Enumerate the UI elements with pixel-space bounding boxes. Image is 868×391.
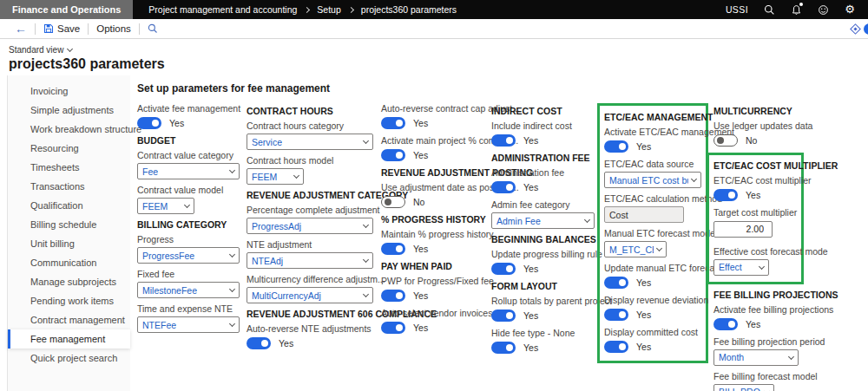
toggle-switch[interactable] — [381, 196, 405, 208]
toggle-switch[interactable] — [381, 243, 405, 255]
toggle-switch[interactable] — [713, 318, 738, 330]
dropdown-contract-value-category[interactable]: Fee — [137, 163, 240, 179]
company-selector[interactable]: USSI — [726, 4, 748, 15]
sidebar-item-resourcing[interactable]: Resourcing — [8, 139, 130, 158]
field-activate-fee-management: Activate fee managementYes — [137, 103, 240, 130]
settings-icon[interactable]: ⚙ — [844, 3, 856, 16]
toggle-knob — [396, 120, 403, 127]
toggle-switch[interactable] — [604, 277, 628, 289]
dropdown-fixed-fee[interactable]: MilestoneFee — [137, 282, 240, 298]
breadcrumb-item-projects360-parameters[interactable]: projects360 parameters — [361, 4, 457, 15]
toggle-switch[interactable] — [381, 322, 405, 334]
input-target-cost-multiplier[interactable] — [713, 221, 773, 238]
toggle-row: Yes — [491, 262, 595, 276]
dropdown-contract-hours-model[interactable]: FEEM — [247, 168, 304, 185]
toggle-knob — [728, 321, 735, 328]
toggle-switch[interactable] — [381, 117, 405, 129]
field-display-committed-cost: Display committed costYes — [604, 327, 701, 354]
sidebar-item-fee-management[interactable]: Fee management — [8, 329, 130, 349]
dropdown-effective-cost-forecast-mode[interactable]: Effect — [713, 259, 769, 276]
parameter-column-2: CONTRACT HOURSContract hours categorySer… — [247, 103, 373, 355]
sidebar-item-communication[interactable]: Communication — [8, 253, 130, 272]
dropdown-contract-value-model[interactable]: FEEM — [137, 198, 194, 214]
field-label: Update manual ETC forecast whil... — [604, 263, 701, 274]
toggle-switch[interactable] — [491, 342, 516, 354]
toggle-switch[interactable] — [491, 263, 516, 275]
sidebar-item-pending-work-items[interactable]: Pending work items — [8, 291, 130, 310]
options-button[interactable]: Options — [90, 19, 137, 38]
breadcrumb: Project management and accountingSetuppr… — [148, 4, 457, 15]
toggle-row: Yes — [604, 276, 701, 290]
toggle-switch[interactable] — [491, 134, 516, 147]
field-label: Contract hours category — [247, 121, 373, 132]
field-target-cost-multiplier: Target cost multiplier — [713, 207, 797, 243]
field-time-and-expense-nte: Time and expense NTENTEFee — [137, 303, 240, 333]
dropdown-progress[interactable]: ProgressFee — [137, 247, 240, 264]
sidebar-item-manage-subprojects[interactable]: Manage subprojects — [8, 272, 130, 291]
feedback-icon[interactable] — [817, 3, 829, 16]
sidebar-item-invoicing[interactable]: Invoicing — [8, 81, 130, 101]
dropdown-value: ProgressAdj — [252, 221, 301, 231]
personalize-icon[interactable] — [850, 23, 861, 35]
search-icon[interactable] — [141, 19, 164, 38]
view-selector[interactable]: Standard view — [9, 45, 868, 55]
toggle-switch[interactable] — [713, 189, 738, 201]
toggle-switch[interactable] — [381, 290, 405, 302]
highlighted-section: ETC/EAC MANAGEMENTActivate ETC/EAC manag… — [597, 103, 708, 363]
sidebar-item-quick-project-search[interactable]: Quick project search — [8, 349, 130, 368]
toggle-row: No — [713, 134, 819, 147]
notifications-icon[interactable] — [790, 3, 802, 16]
field-label: Use adjustment date as posting ... — [381, 182, 486, 193]
section-title: Set up parameters for fee management — [137, 82, 868, 94]
search-icon[interactable] — [763, 3, 775, 16]
sidebar-item-transactions[interactable]: Transactions — [8, 177, 130, 196]
dropdown-fee-billing-projection-period[interactable]: Month — [713, 349, 799, 366]
toggle-switch[interactable] — [604, 309, 628, 321]
dropdown-fee-billing-forecast-model[interactable]: BILL-PROJ — [713, 384, 774, 391]
back-button[interactable]: ← — [9, 19, 33, 38]
dropdown-multicurrency-difference-adjustm[interactable]: MultiCurrencyAdj — [247, 287, 373, 303]
breadcrumb-item-project-management-and-accounting[interactable]: Project management and accounting — [148, 4, 297, 15]
dropdown-contract-hours-category[interactable]: Service — [247, 134, 373, 150]
dropdown-manual-etc-forecast-model[interactable]: M_ETC_CB — [604, 241, 667, 257]
toggle-knob — [396, 324, 403, 331]
dropdown-etc-eac-data-source[interactable]: Manual ETC cost buckets — [604, 172, 701, 188]
sidebar-item-qualification[interactable]: Qualification — [8, 196, 130, 215]
breadcrumb-item-setup[interactable]: Setup — [317, 4, 340, 15]
toggle-switch[interactable] — [604, 341, 628, 353]
sidebar-item-billing-schedule[interactable]: Billing schedule — [8, 215, 130, 234]
field-contract-hours-model: Contract hours modelFEEM — [247, 155, 373, 185]
save-button[interactable]: Save — [37, 19, 86, 38]
toggle-switch[interactable] — [491, 181, 516, 193]
sidebar: InvoicingSimple adjustmentsWork breakdow… — [7, 75, 130, 391]
field-label: Auto-reverse contract cap adjust... — [381, 103, 486, 114]
field-label: Include indirect cost — [491, 121, 595, 132]
toggle-value-label: Yes — [413, 323, 428, 333]
toggle-value-label: Yes — [413, 290, 428, 301]
sidebar-item-unit-billing[interactable]: Unit billing — [8, 234, 130, 253]
sidebar-item-work-breakdown-structure[interactable]: Work breakdown structure — [8, 120, 130, 139]
toggle-switch[interactable] — [137, 117, 161, 129]
help-icon[interactable] — [864, 23, 868, 35]
dropdown-nte-adjustment[interactable]: NTEAdj — [247, 252, 373, 269]
dropdown-percentage-complete-adjustment[interactable]: ProgressAdj — [247, 218, 373, 234]
dropdown-admin-fee-category[interactable]: Admin Fee — [491, 212, 595, 229]
sidebar-item-timesheets[interactable]: Timesheets — [8, 158, 130, 177]
dropdown-time-and-expense-nte[interactable]: NTEFee — [137, 316, 240, 333]
sidebar-item-contract-management[interactable]: Contract management — [8, 310, 130, 329]
sidebar-item-simple-adjustments[interactable]: Simple adjustments — [8, 101, 130, 120]
app-name[interactable]: Finance and Operations — [0, 0, 133, 19]
toggle-switch[interactable] — [381, 149, 405, 161]
dropdown-value: FEEM — [252, 172, 277, 182]
toggle-switch[interactable] — [604, 140, 628, 153]
toggle-switch[interactable] — [247, 337, 271, 349]
field-label: Fee billing projection period — [713, 336, 819, 348]
toggle-switch[interactable] — [491, 310, 516, 322]
field-label: PWP for Progress/Fixed fee — [381, 276, 486, 287]
toggle-row: Yes — [381, 242, 486, 256]
parameter-column-6: MULTICURRENCYUse ledger updates dataNoET… — [713, 103, 819, 391]
toggle-switch[interactable] — [713, 134, 738, 147]
toggle-value-label: Yes — [413, 244, 428, 254]
toggle-row: Yes — [137, 116, 240, 130]
dropdown-value: MilestoneFee — [142, 285, 197, 296]
